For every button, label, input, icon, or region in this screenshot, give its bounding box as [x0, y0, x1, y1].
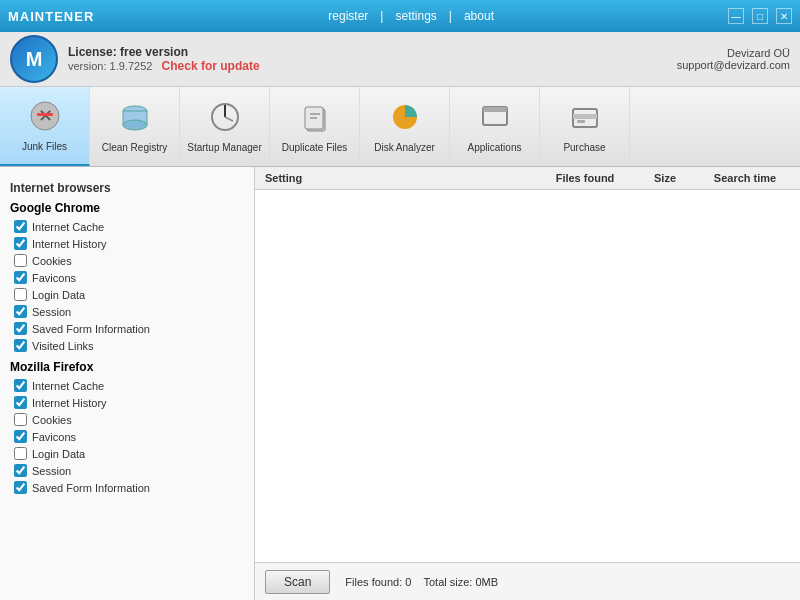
checkbox-0-4[interactable]: [14, 288, 27, 301]
check-item[interactable]: Favicons: [14, 428, 244, 445]
checkbox-0-7[interactable]: [14, 339, 27, 352]
checkbox-label: Internet Cache: [32, 221, 104, 233]
col-setting-header: Setting: [265, 172, 540, 184]
nav-sep2: |: [449, 9, 452, 23]
check-item[interactable]: Internet Cache: [14, 377, 244, 394]
checkbox-0-6[interactable]: [14, 322, 27, 335]
checkbox-0-3[interactable]: [14, 271, 27, 284]
checkbox-label: Saved Form Information: [32, 482, 150, 494]
license-text: License: free version: [68, 45, 260, 59]
col-files-header: Files found: [540, 172, 630, 184]
company-info: Devizard OÜ support@devizard.com: [677, 47, 790, 71]
checkbox-label: Cookies: [32, 255, 72, 267]
toolbar-item-junk-files[interactable]: ✕Junk Files: [0, 87, 90, 166]
about-link[interactable]: about: [464, 9, 494, 23]
svg-rect-16: [573, 114, 597, 119]
clean-registry-icon: [119, 101, 151, 138]
results-body: [255, 190, 800, 562]
main-content: Internet browsers Google ChromeInternet …: [0, 167, 800, 600]
app-logo: M: [10, 35, 58, 83]
nav-sep1: |: [380, 9, 383, 23]
app-title: MAINTENER: [8, 9, 94, 24]
check-item[interactable]: Session: [14, 303, 244, 320]
title-bar-nav: register | settings | about: [328, 9, 494, 23]
check-item[interactable]: Internet History: [14, 394, 244, 411]
info-bar-left: M License: free version version: 1.9.725…: [10, 35, 260, 83]
checkbox-label: Favicons: [32, 272, 76, 284]
checkbox-label: Cookies: [32, 414, 72, 426]
junk-files-icon: ✕: [29, 100, 61, 137]
checkbox-label: Internet History: [32, 238, 107, 250]
checkbox-0-0[interactable]: [14, 220, 27, 233]
info-bar: M License: free version version: 1.9.725…: [0, 32, 800, 87]
checkbox-0-5[interactable]: [14, 305, 27, 318]
purchase-icon: [569, 101, 601, 138]
toolbar-item-purchase[interactable]: Purchase: [540, 87, 630, 166]
checkbox-label: Visited Links: [32, 340, 94, 352]
check-item[interactable]: Favicons: [14, 269, 244, 286]
total-size-label: Total size:: [423, 576, 472, 588]
maximize-button[interactable]: □: [752, 8, 768, 24]
check-item[interactable]: Login Data: [14, 286, 244, 303]
check-item[interactable]: Internet History: [14, 235, 244, 252]
applications-icon: [479, 101, 511, 138]
title-bar: MAINTENER register | settings | about — …: [0, 0, 800, 32]
checkbox-1-2[interactable]: [14, 413, 27, 426]
right-panel: Setting Files found Size Search time Sca…: [255, 167, 800, 600]
applications-label: Applications: [468, 142, 522, 153]
results-header: Setting Files found Size Search time: [255, 167, 800, 190]
checkbox-label: Session: [32, 465, 71, 477]
toolbar-item-startup-manager[interactable]: Startup Manager: [180, 87, 270, 166]
checkbox-1-1[interactable]: [14, 396, 27, 409]
scan-button[interactable]: Scan: [265, 570, 330, 594]
settings-link[interactable]: settings: [395, 9, 436, 23]
disk-analyzer-label: Disk Analyzer: [374, 142, 435, 153]
toolbar-item-disk-analyzer[interactable]: Disk Analyzer: [360, 87, 450, 166]
title-bar-left: MAINTENER: [8, 9, 94, 24]
check-item[interactable]: Cookies: [14, 252, 244, 269]
files-found-value: 0: [405, 576, 411, 588]
checkbox-1-6[interactable]: [14, 481, 27, 494]
startup-manager-icon: [209, 101, 241, 138]
col-time-header: Search time: [700, 172, 790, 184]
left-panel: Internet browsers Google ChromeInternet …: [0, 167, 255, 600]
check-item[interactable]: Login Data: [14, 445, 244, 462]
total-size-value: 0MB: [475, 576, 498, 588]
startup-manager-label: Startup Manager: [187, 142, 262, 153]
checkbox-1-0[interactable]: [14, 379, 27, 392]
check-item[interactable]: Saved Form Information: [14, 479, 244, 496]
checkbox-label: Internet History: [32, 397, 107, 409]
close-button[interactable]: ✕: [776, 8, 792, 24]
checkbox-0-1[interactable]: [14, 237, 27, 250]
check-item[interactable]: Cookies: [14, 411, 244, 428]
check-item[interactable]: Visited Links: [14, 337, 244, 354]
check-update-link[interactable]: Check for update: [162, 59, 260, 73]
minimize-button[interactable]: —: [728, 8, 744, 24]
browser-title-1: Mozilla Firefox: [10, 360, 244, 374]
disk-analyzer-icon: [389, 101, 421, 138]
svg-line-8: [225, 117, 233, 121]
register-link[interactable]: register: [328, 9, 368, 23]
check-item[interactable]: Session: [14, 462, 244, 479]
window-controls: — □ ✕: [728, 8, 792, 24]
checkbox-label: Saved Form Information: [32, 323, 150, 335]
clean-registry-label: Clean Registry: [102, 142, 168, 153]
checkbox-1-4[interactable]: [14, 447, 27, 460]
checkbox-0-2[interactable]: [14, 254, 27, 267]
browser-title-0: Google Chrome: [10, 201, 244, 215]
version-text: version: 1.9.7252 Check for update: [68, 59, 260, 73]
toolbar-item-applications[interactable]: Applications: [450, 87, 540, 166]
checkbox-1-5[interactable]: [14, 464, 27, 477]
toolbar-item-clean-registry[interactable]: Clean Registry: [90, 87, 180, 166]
toolbar-item-duplicate-files[interactable]: Duplicate Files: [270, 87, 360, 166]
company-name: Devizard OÜ: [677, 47, 790, 59]
checkbox-label: Favicons: [32, 431, 76, 443]
support-email: support@devizard.com: [677, 59, 790, 71]
svg-rect-14: [483, 107, 507, 112]
check-item[interactable]: Internet Cache: [14, 218, 244, 235]
checkbox-1-3[interactable]: [14, 430, 27, 443]
check-item[interactable]: Saved Form Information: [14, 320, 244, 337]
svg-rect-12: [310, 117, 317, 119]
checkbox-label: Login Data: [32, 289, 85, 301]
checkbox-label: Session: [32, 306, 71, 318]
